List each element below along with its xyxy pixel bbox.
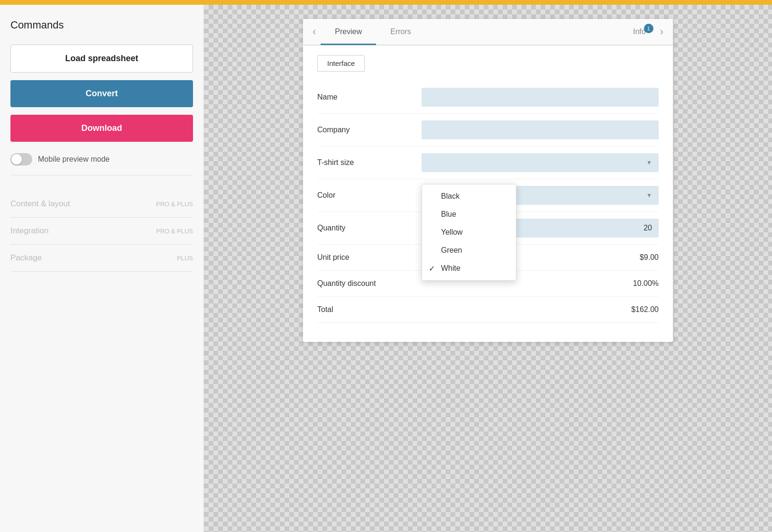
convert-button[interactable]: Convert	[10, 80, 193, 107]
main-layout: Commands Load spreadsheet Convert Downlo…	[0, 5, 772, 532]
top-bar	[0, 0, 772, 5]
color-row: Color White ▼ Black Blue Yellow Green Wh…	[317, 179, 659, 212]
tab-next-button[interactable]: ›	[655, 19, 668, 45]
main-card: ‹ Preview Errors Info 1 › Interface	[303, 19, 673, 342]
card-body: Interface Name Company T-shirt size ▼	[303, 46, 673, 342]
tabs-bar: ‹ Preview Errors Info 1 ›	[303, 19, 673, 46]
total-label: Total	[317, 305, 333, 314]
info-badge: 1	[644, 24, 653, 33]
company-input[interactable]	[422, 120, 659, 139]
color-option-black[interactable]: Black	[422, 187, 516, 205]
unit-price-value: $9.00	[640, 253, 659, 262]
content-layout-label: Content & layout	[10, 199, 70, 209]
tshirt-size-arrow: ▼	[646, 159, 652, 166]
tshirt-size-row: T-shirt size ▼	[317, 147, 659, 179]
load-spreadsheet-button[interactable]: Load spreadsheet	[10, 45, 193, 73]
integration-label: Integration	[10, 226, 48, 236]
color-dropdown: Black Blue Yellow Green White	[422, 184, 516, 281]
company-label: Company	[317, 126, 422, 134]
total-value: $162.00	[631, 305, 659, 314]
mobile-preview-label: Mobile preview mode	[38, 155, 110, 164]
sidebar-section-package: Package PLUS	[10, 245, 193, 272]
unit-price-label: Unit price	[317, 253, 349, 262]
color-option-white[interactable]: White	[422, 259, 516, 277]
tab-prev-button[interactable]: ‹	[308, 19, 321, 45]
company-row: Company	[317, 114, 659, 147]
tshirt-size-select[interactable]: ▼	[422, 153, 659, 172]
tshirt-size-label: T-shirt size	[317, 158, 422, 167]
content-layout-badge: PRO & PLUS	[156, 201, 193, 208]
tab-preview[interactable]: Preview	[321, 20, 376, 45]
color-option-yellow[interactable]: Yellow	[422, 223, 516, 241]
tab-errors[interactable]: Errors	[376, 20, 425, 45]
package-badge: PLUS	[177, 255, 193, 262]
package-label: Package	[10, 253, 42, 263]
sidebar-section-content: Content & layout PRO & PLUS	[10, 191, 193, 218]
download-button[interactable]: Download	[10, 115, 193, 142]
mobile-preview-toggle[interactable]	[10, 153, 32, 165]
content-area: ‹ Preview Errors Info 1 › Interface	[204, 5, 772, 532]
integration-badge: PRO & PLUS	[156, 228, 193, 235]
sidebar: Commands Load spreadsheet Convert Downlo…	[0, 5, 204, 532]
name-label: Name	[317, 93, 422, 101]
color-label: Color	[317, 191, 422, 200]
interface-tab[interactable]: Interface	[317, 55, 365, 72]
color-option-green[interactable]: Green	[422, 241, 516, 259]
mobile-preview-row: Mobile preview mode	[10, 153, 193, 175]
tab-info[interactable]: Info 1	[624, 20, 655, 44]
name-input[interactable]	[422, 88, 659, 107]
quantity-discount-value: 10.00%	[633, 279, 659, 288]
total-row: Total $162.00	[317, 297, 659, 323]
quantity-discount-label: Quantity discount	[317, 279, 376, 288]
name-row: Name	[317, 81, 659, 114]
color-option-blue[interactable]: Blue	[422, 205, 516, 223]
sidebar-title: Commands	[10, 19, 193, 31]
color-arrow: ▼	[646, 192, 652, 199]
toggle-knob	[11, 154, 22, 165]
quantity-label: Quantity	[317, 224, 422, 232]
sidebar-section-integration: Integration PRO & PLUS	[10, 218, 193, 245]
